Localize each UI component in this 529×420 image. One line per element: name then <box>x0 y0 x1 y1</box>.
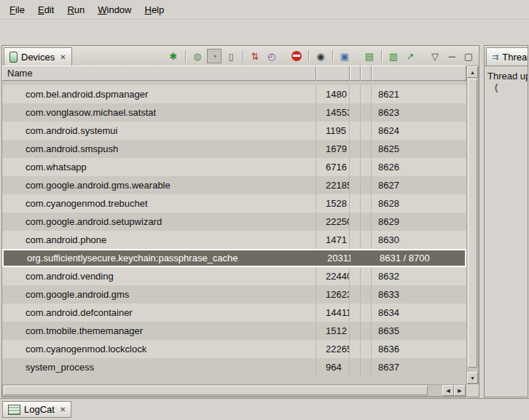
cell-c1 <box>350 358 361 376</box>
table-row[interactable]: com.android.systemui11958624 <box>2 122 466 140</box>
scroll-right-icon[interactable]: ▶ <box>454 385 466 396</box>
cell-port: 8621 <box>372 85 466 103</box>
threads-icon: ⇉ <box>492 53 498 61</box>
main-area: Devices ✕ ✱◍◔▯⇅◴◉▣▤▥↗▽─▢ Name com.bel.an… <box>0 44 529 399</box>
cell-c1 <box>350 304 361 322</box>
table-row[interactable]: com.tmobile.thememanager15128635 <box>2 322 466 340</box>
cell-c1 <box>350 213 361 231</box>
cell-port: 8630 <box>372 231 466 249</box>
close-icon[interactable]: ✕ <box>60 53 66 61</box>
devices-toolbar: ✱◍◔▯⇅◴◉▣▤▥↗▽─▢ <box>166 48 476 64</box>
cell-pid: 12623 <box>316 285 350 304</box>
toolbar-separator <box>332 50 333 62</box>
device-grid: Name com.bel.android.dspmanager14808621c… <box>2 66 466 384</box>
vertical-scroll-thumb[interactable] <box>468 79 477 368</box>
toolbar-gap <box>281 56 287 57</box>
tab-threads[interactable]: ⇉ Threads <box>486 47 528 66</box>
column-header-port[interactable] <box>372 66 466 81</box>
close-icon[interactable]: ✕ <box>60 405 66 413</box>
column-header-c2[interactable] <box>361 66 372 81</box>
table-row[interactable]: com.vonglasow.michael.satstat145538623 <box>2 103 466 122</box>
table-row[interactable]: com.android.smspush16798625 <box>2 140 466 158</box>
table-row[interactable]: com.android.defcontainer144118634 <box>2 304 466 322</box>
stop-process-icon[interactable] <box>289 49 304 63</box>
table-row[interactable]: com.bel.android.dspmanager14808621 <box>2 85 466 103</box>
cell-name: com.cyanogenmod.trebuchet <box>2 194 316 213</box>
threads-content: Thread up ( <box>485 66 528 97</box>
table-row[interactable]: com.google.android.gms126238633 <box>2 285 466 304</box>
scroll-up-icon[interactable]: ▲ <box>467 66 478 78</box>
column-header-c1[interactable] <box>350 66 361 81</box>
menu-edit[interactable]: Edit <box>31 2 60 17</box>
column-header-pid[interactable] <box>316 66 350 81</box>
cell-port: 8633 <box>372 285 466 304</box>
cell-c2 <box>361 340 372 358</box>
tab-logcat[interactable]: LogCat ✕ <box>2 401 71 418</box>
cell-name: com.cyanogenmod.lockclock <box>2 340 316 358</box>
network-stats-icon[interactable]: ↗ <box>403 49 418 63</box>
cell-c2 <box>362 250 373 266</box>
table-row[interactable]: org.sufficientlysecure.keychain:passphra… <box>2 249 466 267</box>
table-row[interactable]: system_process9648637 <box>2 358 466 376</box>
horizontal-scrollbar[interactable]: ◀ ▶ <box>2 384 466 397</box>
allocation-tracker-icon[interactable]: ▥ <box>386 49 401 63</box>
system-info-icon[interactable]: ▤ <box>362 49 377 63</box>
device-icon <box>9 52 17 63</box>
cell-name: com.bel.android.dspmanager <box>2 85 316 103</box>
cell-c1 <box>351 250 362 266</box>
threads-panel: ⇉ Threads Thread up ( <box>484 45 528 397</box>
toolbar-separator <box>243 50 243 62</box>
update-heap-icon[interactable]: ◍ <box>190 49 205 63</box>
dump-hprof-icon[interactable]: ◔ <box>207 49 222 63</box>
cell-port: 8628 <box>372 194 466 213</box>
menu-help[interactable]: Help <box>138 2 171 17</box>
cell-c2 <box>361 213 372 231</box>
table-row[interactable]: com.google.android.setupwizard222508629 <box>2 213 466 231</box>
method-profiling-icon[interactable]: ◴ <box>264 49 279 63</box>
cell-port: 8629 <box>372 213 466 231</box>
devices-tab-label: Devices <box>21 52 55 63</box>
device-table-body: com.bel.android.dspmanager14808621com.vo… <box>2 85 466 376</box>
menu-run[interactable]: Run <box>60 2 91 17</box>
scroll-left-icon[interactable]: ◀ <box>442 385 454 396</box>
cell-c1 <box>350 231 361 249</box>
scrollbar-corner <box>466 384 479 397</box>
table-row[interactable]: com.android.vending224408632 <box>2 267 466 285</box>
scroll-down-icon[interactable]: ▼ <box>467 372 478 384</box>
table-row[interactable]: com.cyanogenmod.trebuchet15288628 <box>2 194 466 213</box>
cell-pid: 1480 <box>316 85 350 103</box>
table-row[interactable]: com.android.phone14718630 <box>2 231 466 249</box>
cell-port: 8625 <box>372 140 466 158</box>
tab-devices[interactable]: Devices ✕ <box>4 47 72 66</box>
cell-port: 8632 <box>372 267 466 285</box>
table-row[interactable]: com.whatsapp67168626 <box>2 158 466 176</box>
stop-process-icon <box>291 51 302 61</box>
devices-tab-row: Devices ✕ ✱◍◔▯⇅◴◉▣▤▥↗▽─▢ <box>2 46 479 66</box>
debug-process-icon[interactable]: ✱ <box>166 49 181 63</box>
column-header-name[interactable]: Name <box>2 66 316 81</box>
logcat-bar: LogCat ✕ <box>0 398 529 420</box>
screen-capture-icon[interactable]: ◉ <box>313 49 328 63</box>
cell-c2 <box>361 103 372 122</box>
cause-gc-icon[interactable]: ▯ <box>224 49 238 63</box>
screen-record-icon[interactable]: ▣ <box>337 49 352 63</box>
table-row[interactable]: com.cyanogenmod.lockclock222658636 <box>2 340 466 358</box>
cell-pid: 14553 <box>316 103 350 122</box>
cell-c2 <box>361 85 372 103</box>
vertical-scrollbar[interactable]: ▲ ▼ <box>466 66 479 384</box>
menu-window[interactable]: Window <box>91 2 138 17</box>
cell-port: 8624 <box>372 122 466 140</box>
minimize-icon[interactable]: ─ <box>444 49 459 63</box>
cell-pid: 22440 <box>316 267 350 285</box>
table-row[interactable]: com.google.android.gms.wearable221858627 <box>2 176 466 194</box>
cell-name: com.google.android.gms.wearable <box>2 176 316 194</box>
cell-c2 <box>361 322 372 340</box>
menu-file[interactable]: File <box>3 2 31 17</box>
horizontal-scroll-thumb[interactable] <box>4 386 428 395</box>
cell-port: 8623 <box>372 103 466 122</box>
cell-pid: 1471 <box>316 231 350 249</box>
maximize-icon[interactable]: ▢ <box>461 49 476 63</box>
view-menu-icon[interactable]: ▽ <box>428 49 442 63</box>
cell-pid: 1195 <box>316 122 350 140</box>
update-threads-icon[interactable]: ⇅ <box>248 49 262 63</box>
